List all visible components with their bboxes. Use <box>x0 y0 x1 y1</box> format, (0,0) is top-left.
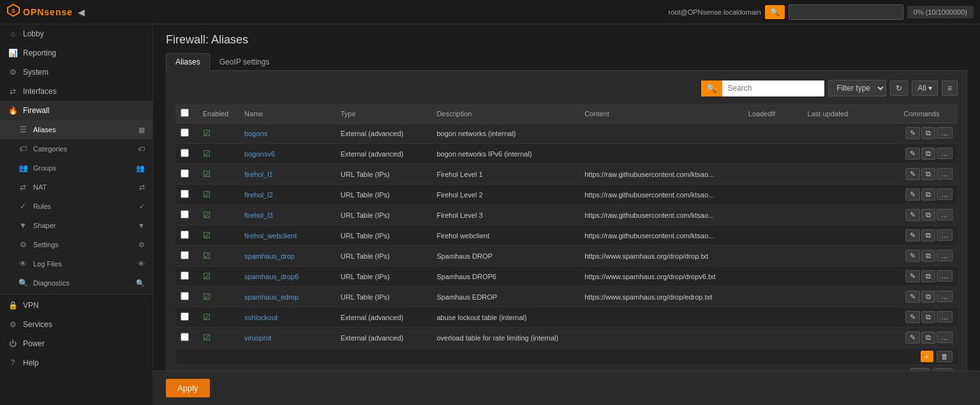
edit-btn[interactable]: ✎ <box>905 291 920 303</box>
row-checkbox[interactable] <box>181 333 189 341</box>
clone-btn[interactable]: ⧉ <box>921 229 935 241</box>
sidebar-item-rules[interactable]: ✓ Rules ✓ <box>0 197 152 216</box>
row-checkbox[interactable] <box>181 312 189 321</box>
row-checkbox[interactable] <box>181 271 189 280</box>
search-input[interactable] <box>722 80 824 96</box>
row-type-cell: External (advanced) <box>336 144 432 164</box>
sidebar-item-reporting[interactable]: 📊 Reporting <box>0 43 152 63</box>
global-search-input[interactable] <box>789 4 903 20</box>
columns-btn[interactable]: ≡ <box>942 80 958 96</box>
edit-btn[interactable]: ✎ <box>905 127 920 139</box>
sidebar-item-power[interactable]: ⏻ Power <box>0 334 152 353</box>
sidebar-item-system[interactable]: ⚙ System <box>0 63 152 82</box>
more-btn[interactable]: … <box>937 332 953 343</box>
more-btn[interactable]: … <box>937 270 953 282</box>
sidebar-item-interfaces[interactable]: ⇄ Interfaces <box>0 82 152 101</box>
clone-btn[interactable]: ⧉ <box>921 311 935 323</box>
clone-btn[interactable]: ⧉ <box>921 127 935 139</box>
sidebar-item-categories[interactable]: 🏷 Categories 🏷 <box>0 139 152 158</box>
alias-name-link[interactable]: bogonsv6 <box>244 150 275 158</box>
row-checkbox[interactable] <box>181 128 189 137</box>
sidebar-item-lobby[interactable]: ⌂ Lobby <box>0 24 152 43</box>
sidebar-item-aliases[interactable]: ☰ Aliases ▦ <box>0 120 152 139</box>
table-row: ☑ virusprot External (advanced) overload… <box>175 328 958 348</box>
apply-button[interactable]: Apply <box>166 379 210 397</box>
row-checkbox[interactable] <box>181 190 189 198</box>
edit-btn[interactable]: ✎ <box>905 148 920 160</box>
edit-btn[interactable]: ✎ <box>905 188 920 201</box>
delete-btn[interactable]: 🗑 <box>937 351 953 362</box>
sidebar-item-nat[interactable]: ⇄ NAT ⇄ <box>0 178 152 197</box>
row-loaded-cell <box>743 123 803 144</box>
table-body: ☑ bogons External (advanced) bogon netwo… <box>175 123 958 371</box>
sidebar-sub-label: Aliases <box>33 126 133 134</box>
sidebar-item-label: Firewall <box>23 106 145 115</box>
sidebar-item-vpn[interactable]: 🔒 VPN <box>0 296 152 315</box>
sidebar-item-shaper[interactable]: ▼ Shaper ▼ <box>0 216 152 235</box>
clone-btn[interactable]: ⧉ <box>921 209 935 221</box>
alias-name-link[interactable]: spamhaus_drop6 <box>244 273 299 280</box>
global-search-btn[interactable]: 🔍 <box>765 5 785 19</box>
alias-name-link[interactable]: virusprot <box>244 334 271 342</box>
clone-btn[interactable]: ⧉ <box>921 148 935 160</box>
edit-btn[interactable]: ✎ <box>905 168 920 180</box>
more-btn[interactable]: … <box>937 148 953 159</box>
more-btn[interactable]: … <box>937 291 953 302</box>
clone-btn[interactable]: ⧉ <box>921 188 935 201</box>
edit-btn[interactable]: ✎ <box>905 311 920 323</box>
alias-name-link[interactable]: firehol_l1 <box>244 171 273 178</box>
tab-aliases[interactable]: Aliases <box>166 53 210 71</box>
row-desc-cell: abuse lockout table (internal) <box>431 307 579 328</box>
sidebar-item-settings[interactable]: ⚙ Settings ⚙ <box>0 235 152 254</box>
table-action-row: + 🗑 <box>175 348 958 365</box>
more-btn[interactable]: … <box>937 250 953 261</box>
row-checkbox[interactable] <box>181 169 189 178</box>
add-btn[interactable]: + <box>921 351 933 362</box>
row-commands-cell: ✎⧉… <box>898 287 958 307</box>
nav-toggle-btn[interactable]: ◀ <box>78 7 85 17</box>
row-checkbox[interactable] <box>181 292 189 300</box>
edit-btn[interactable]: ✎ <box>905 270 920 282</box>
refresh-btn[interactable]: ↻ <box>890 80 908 96</box>
clone-btn[interactable]: ⧉ <box>921 270 935 282</box>
row-checkbox[interactable] <box>181 231 189 239</box>
sidebar-item-services[interactable]: ⚙ Services <box>0 315 152 334</box>
alias-name-link[interactable]: firehol_l3 <box>244 211 273 219</box>
edit-btn[interactable]: ✎ <box>905 229 920 241</box>
more-btn[interactable]: … <box>937 311 953 323</box>
alias-name-link[interactable]: firehol_l2 <box>244 191 273 199</box>
sidebar-item-groups[interactable]: 👥 Groups 👥 <box>0 158 152 178</box>
sidebar-item-diagnostics[interactable]: 🔍 Diagnostics 🔍 <box>0 273 152 293</box>
row-checkbox[interactable] <box>181 210 189 218</box>
edit-btn[interactable]: ✎ <box>905 332 920 344</box>
alias-name-link[interactable]: firehol_webclient <box>244 232 297 240</box>
row-desc-cell: overload table for rate limiting (intern… <box>431 328 579 348</box>
edit-btn[interactable]: ✎ <box>905 209 920 221</box>
sidebar-item-help[interactable]: ? Help <box>0 353 152 372</box>
edit-btn[interactable]: ✎ <box>905 250 920 262</box>
table-row: ☑ spamhaus_drop6 URL Table (IPs) Spamhau… <box>175 266 958 287</box>
more-btn[interactable]: … <box>937 229 953 241</box>
clone-btn[interactable]: ⧉ <box>921 332 935 344</box>
services-icon: ⚙ <box>8 320 18 329</box>
clone-btn[interactable]: ⧉ <box>921 250 935 262</box>
row-checkbox[interactable] <box>181 251 189 259</box>
more-btn[interactable]: … <box>937 188 953 200</box>
alias-name-link[interactable]: spamhaus_drop <box>244 252 295 260</box>
alias-name-link[interactable]: spamhaus_edrop <box>244 293 299 301</box>
sidebar-item-log-files[interactable]: 👁 Log Files 👁 <box>0 254 152 273</box>
search-execute-btn[interactable]: 🔍 <box>701 80 722 96</box>
clone-btn[interactable]: ⧉ <box>921 291 935 303</box>
sidebar-item-firewall[interactable]: 🔥 Firewall <box>0 101 152 120</box>
select-all-checkbox[interactable] <box>181 109 189 117</box>
more-btn[interactable]: … <box>937 127 953 139</box>
more-btn[interactable]: … <box>937 209 953 220</box>
row-checkbox[interactable] <box>181 149 189 157</box>
alias-name-link[interactable]: sshlockout <box>244 314 278 321</box>
tab-geoip[interactable]: GeoIP settings <box>210 53 279 70</box>
filter-type-select[interactable]: Filter type <box>828 80 886 96</box>
alias-name-link[interactable]: bogons <box>244 130 267 137</box>
clone-btn[interactable]: ⧉ <box>921 168 935 180</box>
more-btn[interactable]: … <box>937 168 953 180</box>
all-dropdown-btn[interactable]: All ▾ <box>912 80 938 96</box>
